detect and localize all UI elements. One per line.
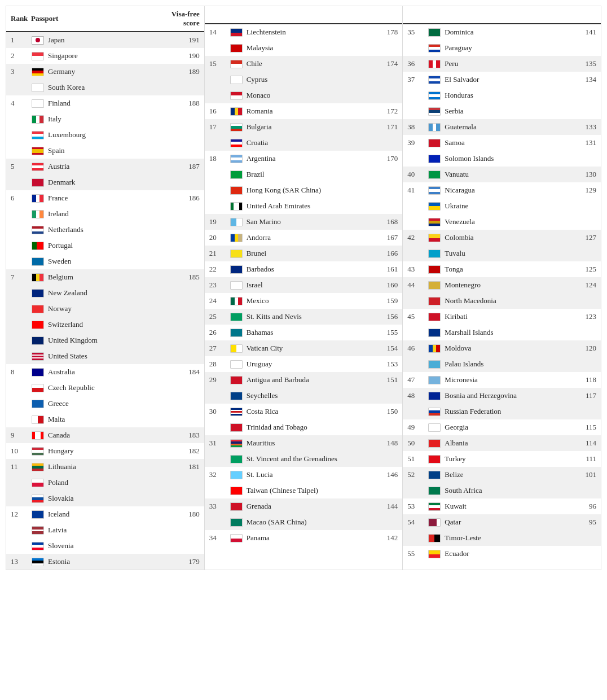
table-row: 7Belgium185 [6,269,204,285]
flag-icon [32,194,44,203]
rank-cell: 16 [209,107,230,116]
country-name: Moldova [445,344,571,353]
flag-icon [32,242,44,250]
flag-cell [428,359,441,369]
country-name: Russian Federation [445,407,571,416]
header-rank: Rank [11,14,31,23]
country-name: Chile [247,59,373,68]
flag-icon [428,550,441,558]
table-row: 39Samoa131 [403,135,601,151]
rank-cell: 9 [11,431,31,440]
country-name: Costa Rica [247,407,373,416]
table-row: United States [6,348,204,364]
flag-icon [428,186,441,195]
country-name: United States [48,352,174,361]
table-row: 19San Marino168 [205,214,403,230]
country-name: Estonia [48,557,174,566]
flag-cell [428,406,441,417]
flag-cell [428,154,441,164]
flag-icon [230,44,243,53]
rank-cell: 49 [407,423,428,432]
country-name: Spain [48,146,174,155]
visa-score: 129 [571,186,596,195]
rank-cell: 25 [209,312,230,321]
visa-score: 120 [571,344,596,353]
flag-cell [230,217,243,227]
flag-icon [230,408,243,416]
table-row: Malaysia [205,40,403,56]
visa-score: 125 [571,265,596,274]
table-row: United Arab Emirates [205,198,403,214]
visa-score: 124 [571,281,596,290]
flag-icon [230,76,243,84]
country-name: Venezuela [445,217,571,226]
flag-icon [230,423,243,432]
table-row: Switzerland [6,317,204,333]
flag-icon [428,392,441,400]
flag-icon [230,360,243,369]
country-name: Timor-Leste [445,533,571,542]
table-row: 24Mexico159 [205,293,403,309]
flag-icon [230,392,243,400]
table-row: South Korea [6,80,204,95]
country-name: Vatican City [247,344,373,353]
visa-score: 174 [372,59,398,68]
table-row: Latvia [6,522,204,538]
table-row: 23Israel160 [205,277,403,293]
table-row: Macao (SAR China) [205,514,403,530]
table-row: Slovakia [6,491,204,506]
flag-cell [230,75,243,85]
rank-cell: 30 [209,407,230,416]
country-name: Netherlands [48,225,174,234]
country-name: Greece [48,399,174,408]
table-row: Serbia [403,103,601,119]
flag-cell [428,438,441,448]
flag-icon [230,186,243,195]
flag-cell [428,75,441,85]
visa-score: 166 [372,249,398,258]
flag-icon [32,400,44,408]
visa-score: 142 [372,533,398,542]
rank-cell: 35 [407,28,428,37]
flag-icon [230,487,243,495]
flag-cell [31,288,45,298]
rank-cell: 43 [407,265,428,274]
flag-icon [230,313,243,321]
country-name: San Marino [247,217,373,226]
table-row: Russian Federation [403,404,601,419]
flag-icon [428,281,441,290]
flag-cell [31,177,45,187]
table-row: Palau Islands [403,356,601,372]
flag-cell [31,525,45,535]
table-row: Denmark [6,174,204,190]
country-name: Luxembourg [48,130,174,139]
flag-cell [31,304,45,314]
country-name: Tuvalu [445,249,571,258]
visa-score: 144 [372,502,398,511]
rank-cell: 39 [407,138,428,147]
flag-cell [428,201,441,211]
flag-icon [428,155,441,163]
flag-cell [230,233,243,243]
table-row: 42Colombia127 [403,230,601,246]
table-row: Netherlands [6,222,204,238]
visa-score: 179 [174,557,200,566]
visa-score: 153 [372,360,398,369]
table-row: United Kingdom [6,333,204,348]
table-row: 22Barbados161 [205,261,403,277]
country-name: Ireland [48,209,174,218]
visa-score: 131 [571,138,596,147]
flag-cell [230,312,243,322]
flag-cell [31,509,45,519]
flag-icon [32,336,44,345]
rank-cell: 21 [209,249,230,258]
table-row: 54Qatar95 [403,514,601,530]
flag-cell [31,82,45,93]
country-name: Marshall Islands [445,328,571,337]
flag-cell [230,43,243,53]
country-name: Argentina [247,154,373,163]
flag-icon [428,487,441,495]
country-name: Croatia [247,138,373,147]
flag-icon [230,344,243,353]
flag-icon [230,471,243,479]
